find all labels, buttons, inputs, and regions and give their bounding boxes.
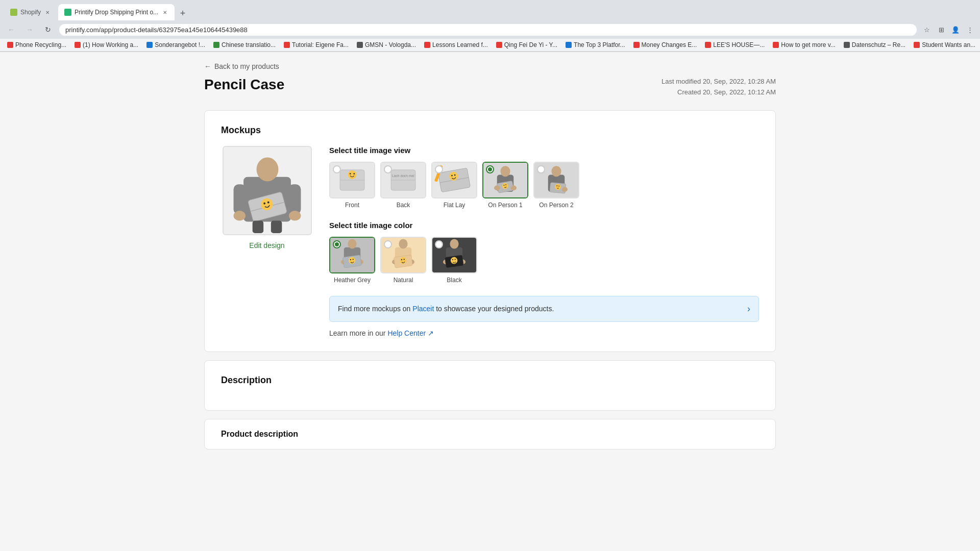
browser-chrome: Shopify ✕ Printify Drop Shipping Print o… <box>0 0 980 52</box>
svg-point-1 <box>256 157 278 181</box>
bookmark-10[interactable]: LEE'S HOUSE—... <box>702 40 768 49</box>
svg-point-67 <box>450 239 458 248</box>
svg-rect-12 <box>271 220 281 233</box>
svg-point-58 <box>399 239 407 248</box>
bookmark-8[interactable]: The Top 3 Platfor... <box>562 40 628 49</box>
bookmark-label-7: Qing Fei De Yi - Y... <box>504 41 557 48</box>
view-option-front[interactable]: Front <box>329 162 375 209</box>
bookmark-label-5: GMSN - Vologda... <box>365 41 416 48</box>
view-name-back: Back <box>397 202 410 209</box>
svg-rect-11 <box>252 220 263 233</box>
back-link-text: Back to my products <box>214 62 279 70</box>
forward-nav-button[interactable]: → <box>22 22 37 37</box>
external-link-icon: ↗ <box>428 329 434 337</box>
options-panel: Select title image view <box>329 146 759 337</box>
bookmark-label-8: The Top 3 Platfor... <box>574 41 625 48</box>
bookmark-6[interactable]: Lessons Learned f... <box>421 40 491 49</box>
tab-printify[interactable]: Printify Drop Shipping Print o... ✕ <box>58 4 175 20</box>
radio-natural <box>384 240 392 248</box>
bookmark-label-6: Lessons Learned f... <box>432 41 488 48</box>
back-nav-button[interactable]: ← <box>4 22 18 37</box>
bookmark-favicon-8 <box>566 42 572 48</box>
bookmark-1[interactable]: (1) How Working a... <box>71 40 141 49</box>
product-description-title: Product description <box>221 430 759 439</box>
placeit-banner-text: Find more mockups on Placeit to showcase… <box>338 305 554 313</box>
svg-point-18 <box>353 173 355 174</box>
profile-button[interactable]: 👤 <box>949 23 962 36</box>
bookmark-9[interactable]: Money Changes E... <box>630 40 700 49</box>
svg-point-38 <box>511 185 517 190</box>
help-center-link-text: Help Center <box>387 329 426 337</box>
last-modified-text: Last modified 20, Sep, 2022, 10:28 AM <box>662 77 776 87</box>
mockups-card: Mockups <box>204 110 776 352</box>
view-option-flat-lay[interactable]: Flat Lay <box>431 162 477 209</box>
bookmark-13[interactable]: Student Wants an... <box>911 40 978 49</box>
svg-rect-3 <box>288 184 301 214</box>
reload-button[interactable]: ↻ <box>41 22 55 37</box>
select-view-label: Select title image view <box>329 146 759 155</box>
bookmark-favicon-0 <box>7 42 13 48</box>
bookmark-favicon-5 <box>357 42 363 48</box>
placeit-banner[interactable]: Find more mockups on Placeit to showcase… <box>329 296 759 322</box>
radio-on-person-2 <box>537 165 545 173</box>
description-card: Description <box>204 360 776 411</box>
bookmark-favicon-7 <box>496 42 502 48</box>
bookmark-favicon-9 <box>633 42 640 48</box>
color-option-natural[interactable]: Natural <box>380 237 426 284</box>
shopify-favicon <box>10 9 17 16</box>
page-meta: Last modified 20, Sep, 2022, 10:28 AM Cr… <box>662 77 776 98</box>
bookmark-favicon-4 <box>284 42 290 48</box>
bookmarks-bar: Phone Recycling... (1) How Working a... … <box>0 39 980 52</box>
view-option-on-person-1[interactable]: On Person 1 <box>482 162 528 209</box>
view-option-on-person-2[interactable]: On Person 2 <box>533 162 579 209</box>
svg-point-4 <box>233 211 245 221</box>
page-header: Pencil Case Last modified 20, Sep, 2022,… <box>204 77 776 98</box>
svg-rect-2 <box>233 184 246 214</box>
tab-shopify-close[interactable]: ✕ <box>44 9 51 16</box>
edit-design-link[interactable]: Edit design <box>249 241 284 249</box>
bookmark-3[interactable]: Chinese translatio... <box>210 40 279 49</box>
bookmark-label-2: Sonderangebot !... <box>155 41 205 48</box>
page-title: Pencil Case <box>204 77 284 93</box>
view-option-group: Select title image view <box>329 146 759 209</box>
view-option-back[interactable]: Lach doch ma! Back <box>380 162 426 209</box>
radio-back <box>384 165 392 173</box>
placeit-link-text: Placeit <box>412 305 434 313</box>
help-center-section: Learn more in our Help Center ↗ <box>329 329 759 337</box>
address-bar[interactable]: printify.com/app/product-details/632975e… <box>59 24 917 36</box>
url-text: printify.com/app/product-details/632975e… <box>65 26 911 34</box>
view-thumb-on-person-1 <box>482 162 528 198</box>
bookmark-favicon-12 <box>844 42 850 48</box>
bookmark-2[interactable]: Sonderangebot !... <box>143 40 208 49</box>
back-to-products-link[interactable]: ← Back to my products <box>204 62 776 70</box>
radio-heather-grey <box>333 240 341 248</box>
bookmark-7[interactable]: Qing Fei De Yi - Y... <box>493 40 560 49</box>
radio-on-person-1 <box>486 165 494 173</box>
view-options-list: Front Lach doch <box>329 162 759 209</box>
color-name-natural: Natural <box>394 277 413 284</box>
help-center-link[interactable]: Help Center ↗ <box>387 329 434 337</box>
bookmark-0[interactable]: Phone Recycling... <box>4 40 69 49</box>
new-tab-button[interactable]: + <box>176 6 190 20</box>
svg-text:Lach doch ma!: Lach doch ma! <box>392 174 414 178</box>
tab-printify-close[interactable]: ✕ <box>161 9 168 16</box>
menu-button[interactable]: ⋮ <box>964 23 976 36</box>
preview-panel: Edit design <box>221 146 313 337</box>
main-preview-svg <box>224 146 311 235</box>
color-thumb-natural <box>380 237 426 273</box>
bookmark-star-button[interactable]: ☆ <box>921 23 933 36</box>
bookmark-5[interactable]: GMSN - Vologda... <box>354 40 419 49</box>
bookmark-4[interactable]: Tutorial: Eigene Fa... <box>281 40 352 49</box>
bookmark-label-11: How to get more v... <box>781 41 835 48</box>
view-thumb-front <box>329 162 375 198</box>
extensions-button[interactable]: ⊞ <box>935 23 947 36</box>
tab-shopify[interactable]: Shopify ✕ <box>4 4 57 20</box>
created-text: Created 20, Sep, 2022, 10:12 AM <box>662 87 776 98</box>
browser-actions: ☆ ⊞ 👤 ⋮ <box>921 23 976 36</box>
bookmark-label-9: Money Changes E... <box>642 41 697 48</box>
bookmark-12[interactable]: Datenschutz – Re... <box>841 40 909 49</box>
bookmark-11[interactable]: How to get more v... <box>770 40 838 49</box>
placeit-banner-arrow-icon: › <box>747 304 750 314</box>
color-option-heather-grey[interactable]: Heather Grey <box>329 237 375 284</box>
color-option-black[interactable]: Black <box>431 237 477 284</box>
